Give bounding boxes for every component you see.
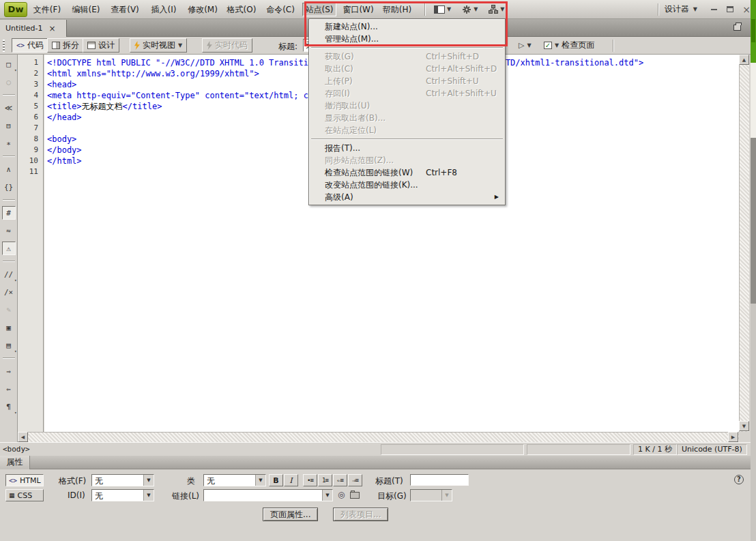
browser-navigation-icon: ○ <box>2 75 16 89</box>
italic-button[interactable]: I <box>284 474 298 486</box>
menu-item-label: 取出(C) <box>325 64 353 74</box>
point-to-file-icon[interactable]: ◎ <box>338 490 345 499</box>
highlight-invalid-code-icon[interactable]: ⚠ <box>2 242 16 255</box>
remove-comment-icon[interactable]: /× <box>2 285 16 299</box>
folder-icon[interactable] <box>350 492 360 499</box>
menu-item-shortcut: Ctrl+Alt+Shift+U <box>426 87 497 100</box>
indent-code-icon[interactable]: ⇒ <box>2 364 16 378</box>
collapse-full-tag-icon[interactable]: ≪ <box>2 101 16 115</box>
document-tab[interactable]: Untitled-1 × <box>0 20 67 37</box>
indent-button[interactable]: ⇒≡ <box>348 474 362 486</box>
scroll-down-icon[interactable]: ▼ <box>739 421 749 431</box>
code-view-button[interactable]: <> 代码 <box>12 38 48 53</box>
design-icon <box>87 42 96 49</box>
format-source-code-icon[interactable]: ¶▾ <box>2 400 16 413</box>
live-view-button[interactable]: 实时视图 ▼ <box>130 38 187 53</box>
tag-selector-body[interactable]: <body> <box>3 445 30 454</box>
minimize-button[interactable] <box>707 3 721 16</box>
chevron-down-icon[interactable]: ▼ <box>143 490 154 501</box>
chevron-down-icon[interactable]: ▼ <box>143 475 154 486</box>
css-mode-button[interactable]: ▦ CSS <box>5 489 44 501</box>
document-tab-title: Untitled-1 <box>5 24 42 33</box>
syntax-coloring-icon[interactable]: ≈ <box>2 224 16 237</box>
minimize-icon <box>711 9 717 10</box>
ordered-list-icon: 1≡ <box>322 477 328 484</box>
scroll-up-icon[interactable]: ▲ <box>739 55 749 65</box>
live-code-label: 实时代码 <box>215 40 248 51</box>
line-numbers-icon[interactable]: # <box>2 206 16 220</box>
chevron-down-icon: ▾ <box>14 349 17 353</box>
site-menu-item[interactable]: 改变站点范围的链接(K)... <box>310 179 504 191</box>
design-view-button[interactable]: 设计 <box>83 38 119 53</box>
code-segment: 无标题文档 <box>82 102 123 111</box>
preview-in-browser-button[interactable]: ▷ ▼ <box>514 38 536 53</box>
site-menu-item[interactable]: 高级(A)▶ <box>310 191 504 203</box>
expand-all-icon[interactable]: ∗ <box>2 136 16 150</box>
bold-button[interactable]: B <box>269 474 283 486</box>
code-icon: <> <box>9 477 17 484</box>
maximize-button[interactable] <box>723 3 737 16</box>
properties-body: <> HTML ▦ CSS 格式(F) 无 ▼ ID(I) 无 ▼ 类 无 ▼ <box>0 469 756 541</box>
page-properties-button[interactable]: 页面属性... <box>263 508 318 521</box>
outdent-button[interactable]: ⇐≡ <box>333 474 347 486</box>
properties-panel: 属性 <> HTML ▦ CSS 格式(F) 无 ▼ ID(I) 无 ▼ 类 <box>0 456 756 541</box>
workspace-switcher[interactable]: 设计器 ▼ <box>665 3 697 15</box>
menu-item-label: 获取(G) <box>325 52 354 61</box>
title-attr-input[interactable] <box>410 474 469 486</box>
menubar-item-3[interactable]: 查看(V) <box>108 3 142 16</box>
code-segment: </head> <box>47 113 82 122</box>
chevron-down-icon: ▾ <box>14 68 17 72</box>
site-menu-item: 显示取出者(B)... <box>310 112 504 124</box>
toolbar-grip[interactable] <box>3 40 5 52</box>
horizontal-scrollbar[interactable]: ◀ ▶ <box>18 432 739 442</box>
chevron-down-icon[interactable]: ▼ <box>255 475 265 486</box>
line-number: 5 <box>18 101 43 112</box>
bricks-icon: ▦ <box>9 492 15 499</box>
balance-braces-icon[interactable]: {} <box>2 180 16 194</box>
properties-tab[interactable]: 属性 <box>0 456 30 469</box>
menubar-item-2[interactable]: 编辑(E) <box>69 3 103 16</box>
site-menu-item: 同步站点范围(Z)... <box>310 154 504 166</box>
vertical-scrollbar[interactable]: ▲ ▼ <box>739 55 749 432</box>
site-menu-item[interactable]: 检查站点范围的链接(W)Ctrl+F8 <box>310 166 504 179</box>
line-number: 3 <box>18 79 43 90</box>
menubar-item-1[interactable]: 文件(F) <box>30 3 64 16</box>
chevron-down-icon: ▼ <box>178 42 182 48</box>
id-dropdown[interactable]: 无 ▼ <box>91 489 154 501</box>
ordered-list-button[interactable]: 1≡ <box>318 474 332 486</box>
cascade-windows-icon[interactable] <box>733 25 741 31</box>
apply-comment-icon[interactable]: //▾ <box>2 267 16 281</box>
menu-item-shortcut: Ctrl+F8 <box>426 166 457 179</box>
right-dock-strip[interactable] <box>751 0 756 541</box>
select-parent-tag-icon[interactable]: ∧ <box>2 162 16 176</box>
site-menu-item: 在站点定位(L) <box>310 124 504 136</box>
help-icon[interactable]: ? <box>734 475 744 484</box>
outdent-code-icon[interactable]: ⇐ <box>2 382 16 396</box>
collapse-selection-icon[interactable]: ⊟ <box>2 119 16 132</box>
format-dropdown[interactable]: 无 ▼ <box>91 474 154 486</box>
recent-snippets-icon[interactable]: ▣ <box>2 321 16 334</box>
target-label: 目标(G) <box>377 491 407 502</box>
html-mode-button[interactable]: <> HTML <box>5 474 44 486</box>
chevron-down-icon[interactable]: ▼ <box>322 490 332 501</box>
scroll-left-icon[interactable]: ◀ <box>18 432 28 442</box>
scroll-right-icon[interactable]: ▶ <box>728 432 738 442</box>
split-view-button[interactable]: 拆分 <box>47 38 84 53</box>
status-bar: <body> 1 K / 1 秒 Unicode (UTF-8) <box>0 442 756 456</box>
document-size-status: 1 K / 1 秒 <box>633 444 677 455</box>
menubar-item-7[interactable]: 命令(C) <box>263 3 297 16</box>
toolbar-separator <box>3 199 15 201</box>
tab-close-icon[interactable]: × <box>48 24 55 33</box>
menubar-item-6[interactable]: 格式(O) <box>224 3 259 16</box>
check-page-button[interactable]: ✓ ▼ 检查页面 <box>539 38 599 53</box>
unordered-list-button[interactable]: •≡ <box>303 474 317 486</box>
site-menu-item: 上传(P)Ctrl+Shift+U <box>310 75 504 87</box>
class-dropdown[interactable]: 无 ▼ <box>203 474 266 486</box>
open-documents-icon[interactable]: □▾ <box>2 57 16 71</box>
site-menu-item[interactable]: 报告(T)... <box>310 142 504 154</box>
move-css-icon[interactable]: ▤▾ <box>2 338 16 352</box>
menubar-item-5[interactable]: 修改(M) <box>186 3 220 16</box>
link-dropdown[interactable]: ▼ <box>203 489 333 501</box>
close-icon: × <box>742 5 751 14</box>
menubar-item-4[interactable]: 插入(I) <box>147 3 181 16</box>
